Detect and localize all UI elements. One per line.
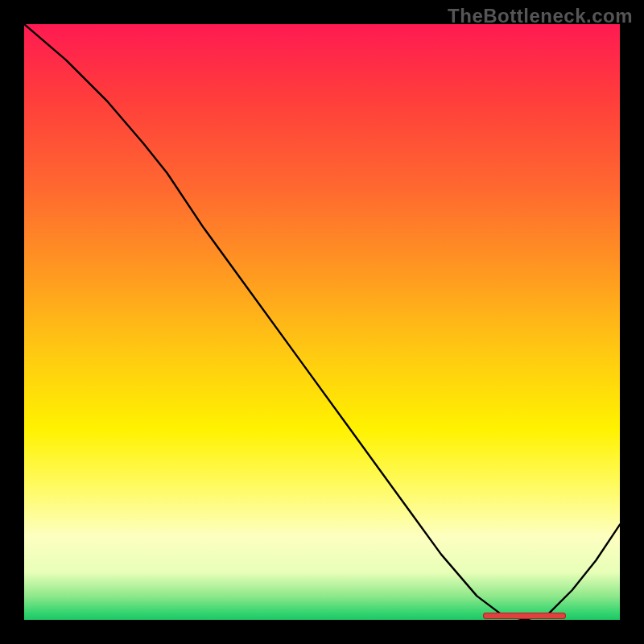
- bottleneck-curve: [24, 24, 620, 620]
- chart-frame: TheBottleneck.com: [0, 0, 644, 644]
- plot-area: [24, 24, 620, 620]
- optimal-range-marker: [483, 613, 567, 619]
- curve-layer: [24, 24, 620, 620]
